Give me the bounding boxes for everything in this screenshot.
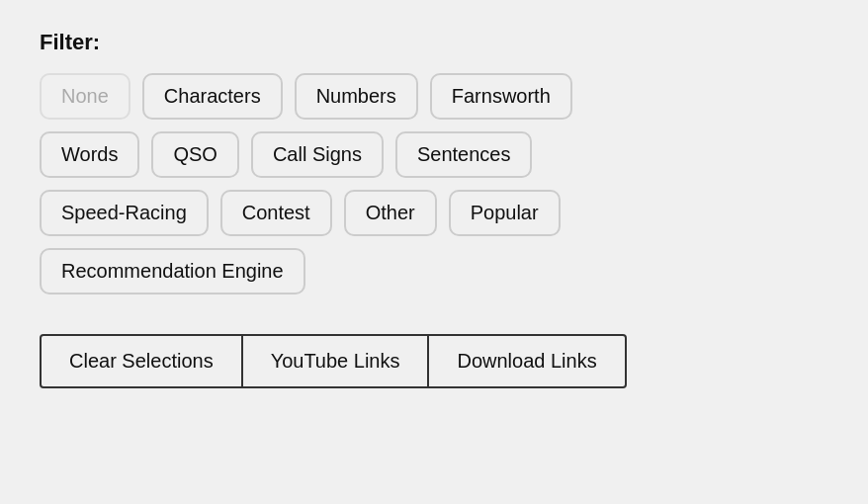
filter-btn-popular[interactable]: Popular bbox=[449, 190, 561, 236]
filter-btn-recommendation-engine[interactable]: Recommendation Engine bbox=[40, 248, 305, 294]
download-links-button[interactable]: Download Links bbox=[429, 334, 626, 388]
filter-btn-qso[interactable]: QSO bbox=[151, 131, 238, 178]
action-buttons: Clear Selections YouTube Links Download … bbox=[40, 334, 828, 388]
filter-label: Filter: bbox=[40, 30, 828, 55]
filter-row-3: Recommendation Engine bbox=[40, 248, 828, 294]
filter-btn-characters[interactable]: Characters bbox=[142, 73, 283, 120]
filter-btn-speed-racing[interactable]: Speed-Racing bbox=[40, 190, 209, 236]
filter-btn-call-signs[interactable]: Call Signs bbox=[251, 131, 384, 178]
filter-row-2: Speed-RacingContestOtherPopular bbox=[40, 190, 828, 236]
filter-rows: NoneCharactersNumbersFarnsworthWordsQSOC… bbox=[40, 73, 828, 294]
filter-btn-sentences[interactable]: Sentences bbox=[395, 131, 533, 178]
main-container: Filter: NoneCharactersNumbersFarnsworthW… bbox=[40, 30, 828, 388]
filter-btn-farnsworth[interactable]: Farnsworth bbox=[430, 73, 572, 120]
clear-selections-button[interactable]: Clear Selections bbox=[40, 334, 243, 388]
filter-btn-none: None bbox=[40, 73, 130, 120]
filter-row-0: NoneCharactersNumbersFarnsworth bbox=[40, 73, 828, 120]
filter-btn-contest[interactable]: Contest bbox=[220, 190, 332, 236]
youtube-links-button[interactable]: YouTube Links bbox=[243, 334, 430, 388]
filter-btn-numbers[interactable]: Numbers bbox=[295, 73, 418, 120]
filter-btn-words[interactable]: Words bbox=[40, 131, 139, 178]
filter-row-1: WordsQSOCall SignsSentences bbox=[40, 131, 828, 178]
filter-btn-other[interactable]: Other bbox=[344, 190, 437, 236]
